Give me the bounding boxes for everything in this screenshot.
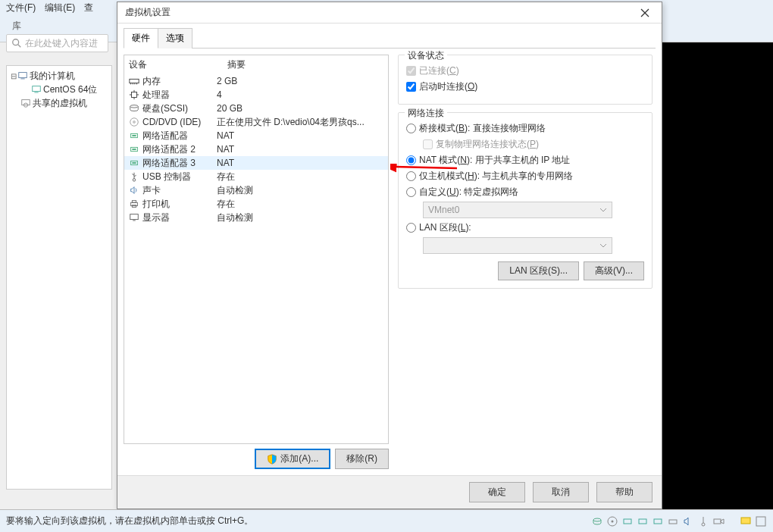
svg-line-1 bbox=[18, 45, 21, 48]
checkbox-connect-at-poweron[interactable]: 启动时连接(O) bbox=[406, 80, 644, 93]
svg-point-29 bbox=[133, 179, 136, 182]
dialog-titlebar: 虚拟机设置 bbox=[117, 2, 662, 23]
network-connection-group: 网络连接 桥接模式(B): 直接连接物理网络 复制物理网络连接状态(P) NAT… bbox=[398, 112, 653, 289]
memory-icon bbox=[129, 76, 139, 86]
hw-memory[interactable]: 内存 2 GB bbox=[124, 74, 388, 88]
hardware-list-panel: 设备 摘要 内存 2 GB 处理器 4 硬盘(SCSI) 20 GB bbox=[124, 55, 389, 444]
net-status-icon[interactable] bbox=[621, 515, 634, 527]
net-connection-title: 网络连接 bbox=[405, 107, 447, 120]
svg-rect-28 bbox=[132, 162, 136, 164]
tree-shared-vms[interactable]: 共享的虚拟机 bbox=[8, 96, 110, 110]
hw-net1[interactable]: 网络适配器 NAT bbox=[124, 129, 388, 142]
radio-custom[interactable]: 自定义(U): 特定虚拟网络 bbox=[406, 186, 644, 199]
radio-bridged[interactable]: 桥接模式(B): 直接连接物理网络 bbox=[406, 122, 644, 135]
hw-printer[interactable]: 打印机 存在 bbox=[124, 197, 388, 211]
close-icon bbox=[640, 8, 649, 17]
printer-icon bbox=[129, 199, 139, 209]
header-device: 设备 bbox=[129, 58, 227, 71]
lan-segment-select bbox=[423, 237, 612, 254]
network-icon bbox=[129, 158, 139, 168]
advanced-button[interactable]: 高级(V)... bbox=[584, 261, 644, 280]
fullscreen-status-icon[interactable] bbox=[755, 515, 767, 527]
add-hardware-button[interactable]: 添加(A)... bbox=[255, 449, 330, 469]
usb-icon bbox=[129, 171, 139, 182]
svg-rect-44 bbox=[654, 519, 662, 524]
svg-rect-50 bbox=[756, 517, 765, 526]
device-detail-panel: 设备状态 已连接(C) 启动时连接(O) 网络连接 桥接模式(B): 直接连接物… bbox=[395, 55, 656, 469]
hw-net2[interactable]: 网络适配器 2 NAT bbox=[124, 142, 388, 156]
vm-settings-dialog: 虚拟机设置 硬件 选项 设备 摘要 内存 2 GB 处理器 bbox=[117, 2, 662, 509]
library-label: 库 bbox=[12, 20, 21, 31]
menu-file[interactable]: 文件(F) bbox=[6, 2, 36, 14]
radio-nat[interactable]: NAT 模式(N): 用于共享主机的 IP 地址 bbox=[406, 154, 644, 167]
tab-hardware[interactable]: 硬件 bbox=[124, 28, 158, 49]
svg-rect-36 bbox=[130, 214, 139, 220]
chevron-down-icon bbox=[599, 206, 607, 214]
dialog-footer: 确定 取消 帮助 bbox=[117, 475, 662, 509]
help-button[interactable]: 帮助 bbox=[596, 482, 653, 502]
radio-hostonly[interactable]: 仅主机模式(H): 与主机共享的专用网络 bbox=[406, 170, 644, 183]
device-status-title: 设备状态 bbox=[405, 49, 447, 62]
sound-status-icon[interactable] bbox=[682, 515, 694, 527]
svg-rect-15 bbox=[132, 92, 137, 98]
search-input[interactable]: 在此处键入内容进 bbox=[6, 34, 108, 52]
cpu-icon bbox=[129, 89, 139, 100]
chevron-down-icon bbox=[599, 242, 607, 249]
device-status-group: 设备状态 已连接(C) 启动时连接(O) bbox=[398, 55, 653, 105]
hw-net3[interactable]: 网络适配器 3 NAT bbox=[124, 156, 388, 170]
svg-point-0 bbox=[13, 39, 19, 45]
usb-status-icon[interactable] bbox=[697, 515, 709, 527]
menu-view[interactable]: 查 bbox=[84, 2, 93, 14]
hw-display[interactable]: 显示器 自动检测 bbox=[124, 211, 388, 224]
radio-lan-segment[interactable]: LAN 区段(L): bbox=[406, 221, 644, 234]
net-status-icon[interactable] bbox=[637, 515, 649, 527]
cancel-button[interactable]: 取消 bbox=[533, 482, 589, 502]
search-icon bbox=[11, 38, 22, 49]
library-tree: ⊟ 我的计算机 CentOS 64位 共享的虚拟机 bbox=[6, 65, 112, 490]
hw-cpu[interactable]: 处理器 4 bbox=[124, 88, 388, 102]
hw-cddvd[interactable]: CD/DVD (IDE) 正在使用文件 D:\vedio\04老男孩qs... bbox=[124, 115, 388, 129]
status-icons bbox=[591, 515, 767, 527]
cd-status-icon[interactable] bbox=[606, 515, 618, 527]
display-icon bbox=[129, 212, 139, 223]
search-placeholder: 在此处键入内容进 bbox=[25, 37, 98, 50]
dialog-title: 虚拟机设置 bbox=[125, 6, 633, 19]
vm-icon bbox=[31, 84, 42, 95]
svg-rect-37 bbox=[133, 221, 136, 221]
ok-button[interactable]: 确定 bbox=[469, 482, 525, 502]
svg-point-20 bbox=[130, 105, 139, 108]
hdd-icon bbox=[129, 103, 139, 114]
hw-usb[interactable]: USB 控制器 存在 bbox=[124, 170, 388, 183]
computer-icon bbox=[17, 70, 28, 81]
status-text: 要将输入定向到该虚拟机，请在虚拟机内部单击或按 Ctrl+G。 bbox=[6, 515, 253, 527]
hardware-list[interactable]: 内存 2 GB 处理器 4 硬盘(SCSI) 20 GB CD/DVD (IDE… bbox=[124, 74, 388, 443]
svg-rect-3 bbox=[20, 79, 24, 80]
hdd-status-icon[interactable] bbox=[591, 515, 603, 527]
printer-status-icon[interactable] bbox=[667, 515, 679, 527]
status-bar: 要将输入定向到该虚拟机，请在虚拟机内部单击或按 Ctrl+G。 bbox=[0, 509, 773, 532]
tab-options[interactable]: 选项 bbox=[158, 28, 192, 49]
svg-rect-24 bbox=[132, 135, 136, 136]
svg-rect-6 bbox=[22, 100, 30, 105]
svg-rect-34 bbox=[132, 201, 136, 203]
lan-segments-button[interactable]: LAN 区段(S)... bbox=[498, 261, 579, 280]
svg-rect-26 bbox=[132, 149, 136, 150]
svg-point-22 bbox=[133, 121, 136, 124]
remove-hardware-button[interactable]: 移除(R) bbox=[335, 449, 389, 469]
svg-point-41 bbox=[612, 520, 614, 522]
svg-point-39 bbox=[593, 518, 601, 521]
camera-status-icon[interactable] bbox=[712, 515, 724, 527]
tree-vm-centos[interactable]: CentOS 64位 bbox=[8, 83, 110, 96]
checkbox-replicate-physical: 复制物理网络连接状态(P) bbox=[423, 138, 644, 151]
net-status-icon[interactable] bbox=[652, 515, 664, 527]
shared-icon bbox=[20, 98, 31, 108]
tree-root[interactable]: ⊟ 我的计算机 bbox=[8, 69, 110, 83]
svg-rect-5 bbox=[34, 92, 38, 93]
menu-edit[interactable]: 编辑(E) bbox=[45, 2, 75, 14]
hw-sound[interactable]: 声卡 自动检测 bbox=[124, 183, 388, 197]
hardware-list-header: 设备 摘要 bbox=[124, 55, 388, 74]
hw-hdd[interactable]: 硬盘(SCSI) 20 GB bbox=[124, 102, 388, 115]
tree-collapse-icon[interactable]: ⊟ bbox=[10, 72, 17, 80]
message-status-icon[interactable] bbox=[740, 515, 752, 527]
close-button[interactable] bbox=[633, 5, 657, 21]
